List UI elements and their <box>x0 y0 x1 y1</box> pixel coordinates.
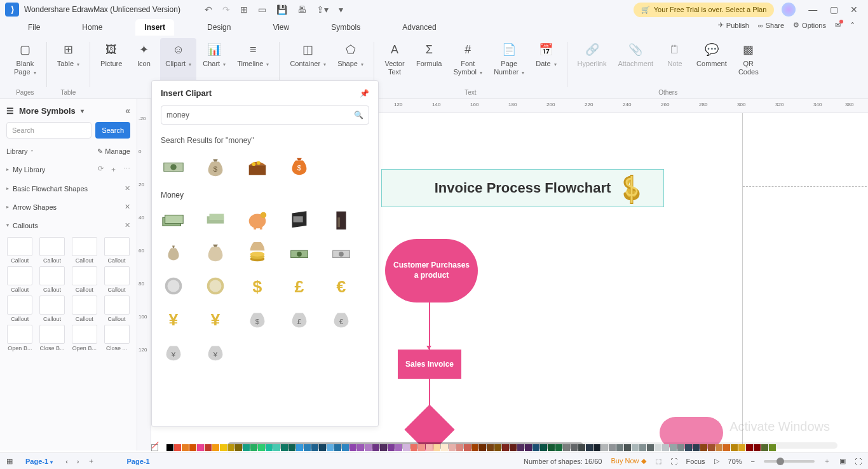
clipart-item[interactable] <box>161 240 186 266</box>
color-swatch[interactable] <box>273 444 280 451</box>
color-swatch[interactable] <box>357 444 364 451</box>
flowchart-process-node[interactable]: Sales Invoice <box>398 350 461 379</box>
color-swatch[interactable] <box>441 444 448 451</box>
buy-now-link[interactable]: Buy Now ◆ <box>611 457 646 465</box>
undo-icon[interactable]: ↶ <box>205 4 212 15</box>
color-swatch[interactable] <box>632 444 639 451</box>
color-swatch[interactable] <box>624 444 631 451</box>
color-swatch[interactable] <box>410 444 417 451</box>
page-grid-icon[interactable]: ▦ <box>6 457 13 465</box>
more-qat-icon[interactable]: ▾ <box>339 4 343 15</box>
color-swatch[interactable] <box>319 444 326 451</box>
color-swatch[interactable] <box>609 444 616 451</box>
collapse-sidebar-icon[interactable]: « <box>125 105 130 116</box>
clipart-item[interactable]: ¥ <box>161 306 186 332</box>
color-swatch[interactable] <box>205 444 212 451</box>
chevron-down-icon[interactable]: ▾ <box>81 107 84 114</box>
zoom-in-icon[interactable]: ＋ <box>824 456 831 466</box>
color-swatch[interactable] <box>525 444 532 451</box>
color-swatch[interactable] <box>342 444 349 451</box>
add-page-icon[interactable]: ＋ <box>88 456 95 466</box>
ribbon-date-button[interactable]: 📅Date ▾ <box>531 38 561 88</box>
color-swatch[interactable] <box>365 444 372 451</box>
clipart-item[interactable] <box>203 207 228 233</box>
color-swatch[interactable] <box>715 444 722 451</box>
clipart-item[interactable]: $ <box>245 306 270 332</box>
color-swatch[interactable] <box>761 444 768 451</box>
color-swatch[interactable] <box>159 444 166 451</box>
tab-home[interactable]: Home <box>73 19 111 36</box>
sidebar-cat-my-library[interactable]: ▸My Library⟳＋⋯ <box>0 160 137 179</box>
color-swatch[interactable] <box>731 444 738 451</box>
callout-shape-item[interactable]: Callout <box>5 237 35 264</box>
layers-icon[interactable]: ⬚ <box>655 457 661 465</box>
color-swatch[interactable] <box>311 444 318 451</box>
next-page-icon[interactable]: › <box>77 458 79 465</box>
ribbon-formula-button[interactable]: ΣFormula <box>411 38 447 88</box>
ribbon-font-symbol-button[interactable]: #FontSymbol ▾ <box>448 38 487 88</box>
publish-button[interactable]: ✈ Publish <box>718 21 749 29</box>
tab-design[interactable]: Design <box>198 19 240 36</box>
color-swatch[interactable] <box>189 444 196 451</box>
page-tab[interactable]: Page-1 ▾ <box>22 458 57 465</box>
color-swatch[interactable] <box>182 444 189 451</box>
clipart-item[interactable]: € <box>329 306 354 332</box>
color-swatch[interactable] <box>639 444 646 451</box>
color-swatch[interactable] <box>281 444 288 451</box>
color-swatch[interactable] <box>670 444 677 451</box>
color-swatch[interactable] <box>517 444 524 451</box>
callout-shape-item[interactable]: Close B... <box>37 325 67 351</box>
callout-shape-item[interactable]: Callout <box>37 266 67 293</box>
clipart-item[interactable]: ¥ <box>203 339 228 365</box>
color-swatch[interactable] <box>708 444 715 451</box>
clipart-item[interactable]: € <box>329 273 354 299</box>
callout-shape-item[interactable]: Callout <box>70 266 100 293</box>
color-swatch[interactable] <box>212 444 219 451</box>
clipart-cash-icon[interactable] <box>161 154 186 179</box>
clipart-treasure-icon[interactable] <box>245 154 270 179</box>
fullscreen-icon[interactable]: ⛶ <box>855 458 862 465</box>
focus-button[interactable]: Focus <box>686 458 705 465</box>
color-swatch[interactable] <box>349 444 356 451</box>
color-swatch[interactable] <box>334 444 341 451</box>
color-swatch[interactable] <box>647 444 654 451</box>
clipart-item[interactable] <box>161 273 186 299</box>
color-swatch[interactable] <box>243 444 250 451</box>
color-swatch[interactable] <box>258 444 265 451</box>
tab-symbols[interactable]: Symbols <box>322 19 369 36</box>
color-swatch[interactable] <box>616 444 623 451</box>
color-swatch[interactable] <box>288 444 295 451</box>
pin-icon[interactable]: 📌 <box>360 89 369 98</box>
color-swatch[interactable] <box>174 444 181 451</box>
color-swatch[interactable] <box>555 444 562 451</box>
color-swatch[interactable] <box>654 444 661 451</box>
color-swatch[interactable] <box>388 444 395 451</box>
color-swatch[interactable] <box>296 444 303 451</box>
fit-icon[interactable]: ⛶ <box>670 458 677 465</box>
color-swatch[interactable] <box>746 444 753 451</box>
zoom-level[interactable]: 70% <box>728 458 742 465</box>
callout-shape-item[interactable]: Callout <box>5 296 35 322</box>
flowchart-title-box[interactable]: Invoice Process Flowchart <box>381 169 664 207</box>
color-swatch[interactable] <box>677 444 684 451</box>
maximize-button[interactable]: ▢ <box>825 4 843 15</box>
user-avatar[interactable] <box>782 3 796 17</box>
color-swatch[interactable] <box>426 444 433 451</box>
clipart-item[interactable] <box>245 207 270 233</box>
callout-shape-item[interactable]: Callout <box>102 266 132 293</box>
color-swatch[interactable] <box>395 444 402 451</box>
color-swatch[interactable] <box>266 444 273 451</box>
save-icon[interactable]: 💾 <box>276 4 287 15</box>
sidebar-search-input[interactable]: Search <box>6 122 92 139</box>
color-swatch[interactable] <box>327 444 334 451</box>
clipart-item[interactable]: ¥ <box>161 339 186 365</box>
trial-banner[interactable]: 🛒 Your Free Trial is over. Select a Plan <box>634 3 775 17</box>
prev-page-icon[interactable]: ‹ <box>65 458 68 465</box>
sidebar-search-button[interactable]: Search <box>95 122 130 139</box>
clipart-item[interactable] <box>329 240 354 266</box>
ribbon-hyperlink-button[interactable]: 🔗Hyperlink <box>573 38 612 88</box>
clipart-item[interactable] <box>287 207 312 233</box>
color-swatch[interactable] <box>403 444 410 451</box>
color-swatch[interactable] <box>227 444 234 451</box>
library-toggle[interactable]: Library ⌃ <box>6 147 34 156</box>
